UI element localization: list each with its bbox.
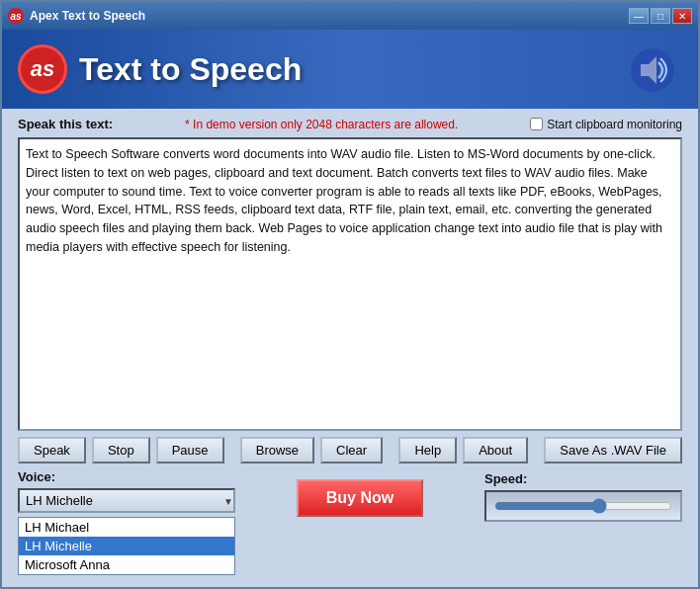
close-button[interactable]: ✕ <box>672 8 692 24</box>
voice-list-item-michael[interactable]: LH Michael <box>19 518 234 537</box>
voice-list-item-michelle[interactable]: LH Michelle <box>19 537 234 555</box>
browse-button[interactable]: Browse <box>240 437 314 463</box>
app-window: as Apex Text to Speech — □ ✕ as Text to … <box>0 0 700 589</box>
voice-select[interactable]: LH Michael LH Michelle Microsoft Anna <box>18 488 235 513</box>
save-wav-button[interactable]: Save As .WAV File <box>544 437 682 463</box>
voice-dropdown-list: LH Michael LH Michelle Microsoft Anna <box>18 517 235 575</box>
clipboard-checkbox[interactable] <box>530 118 543 130</box>
speak-label-row: Speak this text: * In demo version only … <box>18 117 682 131</box>
speed-slider-wrapper <box>484 490 682 522</box>
title-bar-title: Apex Text to Speech <box>30 9 623 23</box>
speech-text-input[interactable] <box>20 139 680 429</box>
buy-now-button[interactable]: Buy Now <box>297 479 423 517</box>
clear-button[interactable]: Clear <box>320 437 383 463</box>
voice-section: Voice: LH Michael LH Michelle Microsoft … <box>18 469 235 575</box>
buy-now-wrapper: Buy Now <box>251 469 469 517</box>
clipboard-check: Start clipboard monitoring <box>530 118 682 131</box>
voice-list-item-anna[interactable]: Microsoft Anna <box>19 555 234 574</box>
text-area-wrapper <box>18 137 682 431</box>
speed-label: Speed: <box>484 471 682 486</box>
app-title: Text to Speech <box>79 51 623 88</box>
voice-label: Voice: <box>18 469 235 484</box>
main-content: Speak this text: * In demo version only … <box>2 109 698 587</box>
buttons-row: Speak Stop Pause Browse Clear Help About… <box>18 437 682 463</box>
window-controls: — □ ✕ <box>629 8 692 24</box>
voice-select-wrapper: LH Michael LH Michelle Microsoft Anna ▼ <box>18 488 235 513</box>
app-header: as Text to Speech <box>2 30 698 109</box>
maximize-button[interactable]: □ <box>651 8 670 24</box>
speak-button[interactable]: Speak <box>18 437 86 463</box>
title-bar: as Apex Text to Speech — □ ✕ <box>2 2 698 30</box>
speed-slider[interactable] <box>494 498 672 514</box>
title-bar-icon: as <box>8 8 24 24</box>
pause-button[interactable]: Pause <box>156 437 224 463</box>
about-button[interactable]: About <box>463 437 528 463</box>
help-button[interactable]: Help <box>398 437 457 463</box>
clipboard-label: Start clipboard monitoring <box>547 118 682 131</box>
logo-letter: as <box>31 56 54 82</box>
minimize-button[interactable]: — <box>629 8 649 24</box>
stop-button[interactable]: Stop <box>92 437 150 463</box>
speed-section: Speed: <box>484 469 682 522</box>
speak-label: Speak this text: <box>18 117 113 131</box>
speaker-icon <box>623 42 682 97</box>
app-logo: as <box>18 44 67 94</box>
bottom-row: Voice: LH Michael LH Michelle Microsoft … <box>18 469 682 579</box>
demo-notice: * In demo version only 2048 characters a… <box>121 118 522 131</box>
